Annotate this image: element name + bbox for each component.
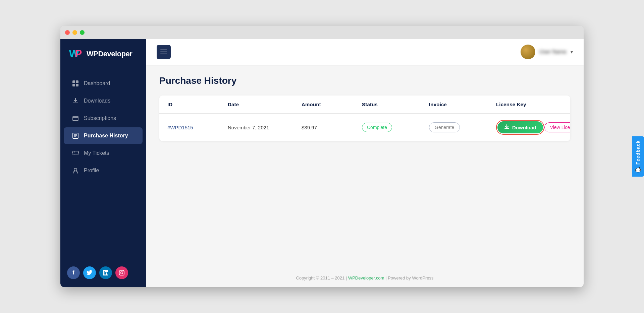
col-status: Status — [362, 102, 429, 107]
row-download: Download — [496, 120, 544, 135]
feedback-button[interactable]: 💬 Feedback — [632, 136, 644, 177]
download-button-wrapper: Download — [496, 120, 544, 135]
menu-line-2 — [160, 52, 167, 52]
row-invoice: Generate — [429, 122, 496, 132]
minimize-button[interactable] — [72, 30, 77, 35]
svg-rect-2 — [72, 80, 75, 83]
generate-invoice-button[interactable]: Generate — [429, 122, 460, 132]
col-id: ID — [167, 102, 228, 107]
download-button[interactable]: Download — [497, 121, 543, 133]
svg-rect-4 — [72, 84, 75, 86]
titlebar — [60, 26, 584, 39]
download-icon — [72, 97, 79, 105]
app-container: W P WPDeveloper — [60, 39, 584, 287]
table-row: #WPD1515 November 7, 2021 $39.97 Complet… — [159, 114, 570, 141]
app-window: W P WPDeveloper — [60, 26, 584, 287]
download-icon — [504, 124, 509, 131]
col-license-key: License Key — [496, 102, 563, 107]
view-license-button[interactable]: View License — [544, 122, 570, 132]
svg-rect-6 — [73, 116, 78, 121]
sidebar-item-dashboard[interactable]: Dashboard — [64, 75, 143, 92]
tickets-icon — [72, 149, 79, 157]
linkedin-button[interactable] — [99, 266, 112, 279]
menu-line-1 — [160, 50, 167, 50]
twitter-button[interactable] — [83, 266, 96, 279]
powered-text: | Powered by WordPress — [385, 275, 433, 280]
col-invoice: Invoice — [429, 102, 496, 107]
sidebar-item-profile[interactable]: Profile — [64, 162, 143, 179]
row-date: November 7, 2021 — [228, 125, 302, 130]
sidebar-item-subscriptions[interactable]: Subscriptions — [64, 110, 143, 127]
subscriptions-icon — [72, 115, 79, 122]
copyright-text: Copyright © 2011 – 2021 | — [296, 275, 347, 280]
status-badge: Complete — [362, 123, 392, 132]
feedback-container: 💬 Feedback — [632, 136, 644, 177]
chevron-down-icon: ▾ — [571, 49, 573, 55]
download-label: Download — [512, 125, 536, 130]
sidebar-item-purchase-history[interactable]: Purchase History — [64, 127, 143, 144]
sidebar-item-label: Profile — [84, 168, 99, 174]
sidebar-item-my-tickets[interactable]: My Tickets — [64, 145, 143, 162]
purchase-history-icon — [72, 132, 79, 139]
sidebar: W P WPDeveloper — [60, 39, 146, 287]
sidebar-logo: W P WPDeveloper — [60, 39, 146, 69]
facebook-button[interactable]: f — [67, 266, 80, 279]
svg-point-8 — [74, 168, 77, 171]
logo-text: WPDeveloper — [87, 50, 132, 58]
maximize-button[interactable] — [80, 30, 85, 35]
svg-text:P: P — [75, 48, 82, 60]
dashboard-icon — [72, 80, 79, 87]
purchase-history-table: ID Date Amount Status Invoice License Ke… — [159, 96, 570, 141]
col-amount: Amount — [302, 102, 362, 107]
avatar — [521, 45, 535, 59]
instagram-button[interactable] — [115, 266, 128, 279]
footer: Copyright © 2011 – 2021 | WPDeveloper.co… — [146, 269, 584, 287]
feedback-label: Feedback — [635, 140, 641, 165]
main-content: User Name ▾ Purchase History ID Date Amo… — [146, 39, 584, 287]
footer-link[interactable]: WPDeveloper.com — [348, 275, 384, 280]
close-button[interactable] — [65, 30, 70, 35]
sidebar-item-label: Downloads — [84, 98, 110, 104]
row-status: Complete — [362, 123, 429, 132]
nav-items: Dashboard Downloads — [60, 72, 146, 261]
menu-line-3 — [160, 54, 167, 54]
sidebar-social: f — [60, 261, 146, 280]
sidebar-item-label: Purchase History — [84, 133, 128, 139]
feedback-chat-icon: 💬 — [635, 167, 641, 173]
menu-button[interactable] — [157, 45, 171, 59]
page-content: Purchase History ID Date Amount Status I… — [146, 65, 584, 269]
profile-icon — [72, 167, 79, 174]
row-amount: $39.97 — [302, 125, 362, 130]
svg-rect-5 — [76, 84, 78, 86]
sidebar-item-label: Dashboard — [84, 80, 110, 86]
sidebar-item-label: Subscriptions — [84, 115, 116, 121]
table-header: ID Date Amount Status Invoice License Ke… — [159, 96, 570, 114]
header: User Name ▾ — [146, 39, 584, 65]
svg-rect-3 — [76, 80, 78, 83]
header-user[interactable]: User Name ▾ — [521, 45, 573, 59]
logo-icon: W P — [68, 47, 83, 61]
row-license: View License — [544, 122, 570, 132]
row-id: #WPD1515 — [167, 125, 228, 130]
page-title: Purchase History — [159, 75, 570, 86]
sidebar-item-label: My Tickets — [84, 150, 109, 156]
sidebar-item-downloads[interactable]: Downloads — [64, 92, 143, 109]
col-date: Date — [228, 102, 302, 107]
username-label: User Name — [539, 49, 567, 55]
